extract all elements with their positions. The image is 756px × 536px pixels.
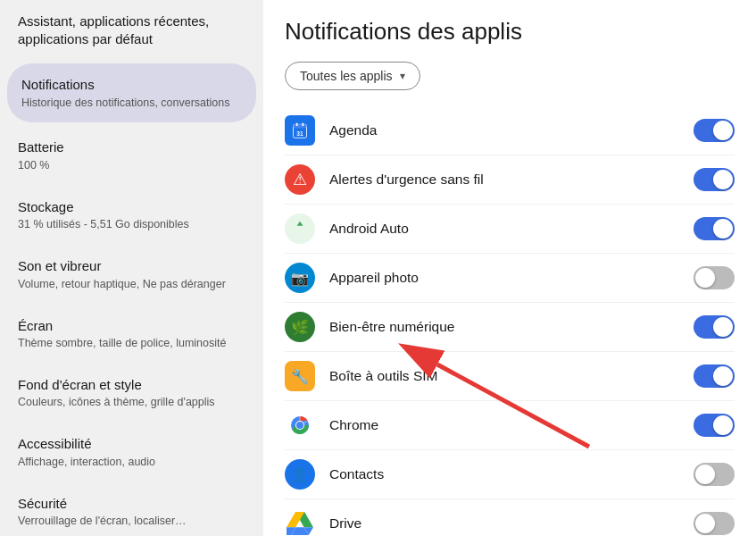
sidebar-item-title: Sécurité [18, 495, 245, 513]
toggle-knob [695, 514, 715, 533]
app-row[interactable]: 👤 Contacts [285, 450, 735, 499]
sidebar-item-subtitle: Thème sombre, taille de police, luminosi… [18, 336, 245, 351]
app-name: Boîte à outils SIM [329, 368, 694, 384]
sidebar-item-stockage[interactable]: Stockage 31 % utilisés - 5,51 Go disponi… [0, 186, 263, 245]
page-title: Notifications des applis [285, 18, 735, 46]
app-row[interactable]: 31 Agenda [285, 106, 735, 155]
dropdown-container: Toutes les applis ▾ [285, 62, 735, 90]
app-name: Chrome [329, 417, 694, 433]
app-name: Contacts [329, 466, 694, 482]
toggle-knob [713, 317, 733, 337]
notification-toggle[interactable] [694, 217, 735, 240]
toggle-knob [713, 170, 733, 189]
app-row[interactable]: 🔧 Boîte à outils SIM [285, 352, 735, 401]
app-name: Drive [329, 515, 694, 532]
sidebar-item-title: Son et vibreur [18, 257, 245, 275]
sidebar: Assistant, applications récentes, applic… [0, 0, 263, 536]
sidebar-item-subtitle: 100 % [18, 158, 245, 173]
toggle-knob [713, 219, 733, 239]
sidebar-item-title: Notifications [21, 76, 242, 94]
notification-toggle[interactable] [694, 364, 735, 388]
sidebar-item-subtitle: Historique des notifications, conversati… [21, 96, 242, 111]
app-name: Appareil photo [329, 270, 694, 286]
app-row[interactable]: Android Auto [285, 205, 735, 254]
svg-point-8 [296, 422, 303, 429]
toggle-knob [713, 415, 733, 435]
toggle-knob [713, 366, 733, 386]
app-row[interactable]: ⚠ Alertes d'urgence sans fil [285, 155, 735, 205]
notification-toggle[interactable] [694, 315, 735, 339]
sidebar-item-notifications[interactable]: Notifications Historique des notificatio… [7, 63, 256, 122]
toggle-knob [713, 121, 733, 140]
app-name: Bien-être numérique [329, 319, 694, 335]
sidebar-item-title: Fond d'écran et style [18, 376, 245, 394]
sidebar-item-title: Batterie [18, 138, 245, 156]
svg-text:31: 31 [296, 130, 303, 137]
sidebar-item-assistant[interactable]: Assistant, applications récentes, applic… [0, 0, 263, 60]
notification-toggle[interactable] [694, 512, 735, 535]
sidebar-item-batterie[interactable]: Batterie 100 % [0, 126, 263, 185]
sidebar-item-title: Écran [18, 317, 245, 335]
main-content: Notifications des applis Toutes les appl… [263, 0, 756, 536]
app-list: 31 Agenda ⚠ Alertes d'urgence sans fil A… [285, 106, 735, 536]
app-row[interactable]: Chrome [285, 401, 735, 450]
sidebar-item-fond[interactable]: Fond d'écran et style Couleurs, icônes à… [0, 364, 263, 423]
toggle-knob [695, 465, 715, 484]
notification-toggle[interactable] [694, 463, 735, 486]
sidebar-item-title: Stockage [18, 198, 245, 216]
sidebar-item-son[interactable]: Son et vibreur Volume, retour haptique, … [0, 245, 263, 304]
sidebar-item-subtitle: Couleurs, icônes à thème, grille d'appli… [18, 395, 245, 410]
notification-toggle[interactable] [694, 168, 735, 191]
app-name: Alertes d'urgence sans fil [329, 172, 694, 188]
sidebar-item-subtitle: Volume, retour haptique, Ne pas déranger [18, 277, 245, 292]
sidebar-item-ecran[interactable]: Écran Thème sombre, taille de police, lu… [0, 305, 263, 364]
dropdown-label: Toutes les applis [300, 69, 393, 83]
app-row[interactable]: 🌿 Bien-être numérique [285, 303, 735, 352]
sidebar-item-title: Accessibilité [18, 435, 245, 453]
filter-dropdown[interactable]: Toutes les applis ▾ [285, 62, 420, 90]
dropdown-arrow-icon: ▾ [400, 70, 405, 82]
app-row[interactable]: 📷 Appareil photo [285, 254, 735, 303]
notification-toggle[interactable] [694, 119, 735, 142]
notification-toggle[interactable] [694, 414, 735, 437]
toggle-knob [695, 268, 715, 288]
notification-toggle[interactable] [694, 266, 735, 289]
app-name: Agenda [329, 122, 694, 138]
sidebar-item-title: Assistant, applications récentes, applic… [18, 13, 245, 47]
sidebar-item-subtitle: Affichage, interaction, audio [18, 455, 245, 470]
sidebar-item-subtitle: Verrouillage de l'écran, localiser… [18, 514, 245, 529]
sidebar-item-subtitle: 31 % utilisés - 5,51 Go disponibles [18, 217, 245, 232]
sidebar-item-accessibilite[interactable]: Accessibilité Affichage, interaction, au… [0, 423, 263, 482]
app-name: Android Auto [329, 221, 694, 237]
svg-rect-1 [294, 124, 307, 128]
app-row[interactable]: Drive [285, 499, 735, 536]
sidebar-item-securite[interactable]: Sécurité Verrouillage de l'écran, locali… [0, 482, 263, 536]
